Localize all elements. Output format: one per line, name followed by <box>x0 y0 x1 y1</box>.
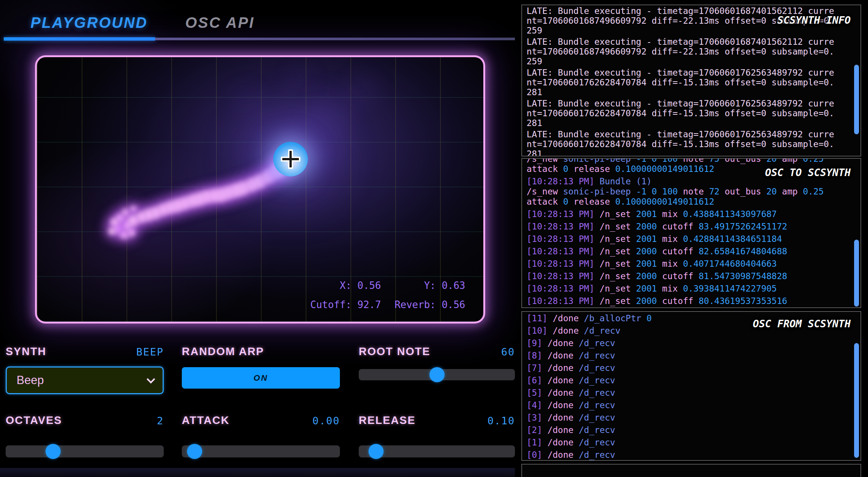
log-entry: [0] /done /d_recv <box>527 450 851 460</box>
log-entry: [8] /done /d_recv <box>527 351 851 361</box>
release-label-row: RELEASE 0.10 <box>359 414 515 427</box>
release-slider[interactable] <box>359 445 515 457</box>
app-window: PLAYGROUND OSC API X: 0.56 Y: 0.63 Cutof… <box>0 0 868 477</box>
root-note-value: 60 <box>501 346 515 358</box>
readout-x: X: 0.56 <box>310 280 381 291</box>
xy-pad-cursor[interactable] <box>273 142 308 176</box>
attack-slider-thumb[interactable] <box>187 444 202 459</box>
log-entry: [3] /done /d_recv <box>527 413 851 423</box>
log-entry: [1] /done /d_recv <box>527 438 851 448</box>
synth-value: BEEP <box>136 346 164 358</box>
readout-y: Y: 0.63 <box>394 280 465 291</box>
octaves-slider[interactable] <box>6 445 164 457</box>
release-value: 0.10 <box>487 415 515 427</box>
log-entry: [5] /done /d_recv <box>527 388 851 398</box>
log-entry: LATE: Bundle executing - timetag=1706060… <box>527 129 851 156</box>
log-entry: LATE: Bundle executing - timetag=1706060… <box>527 37 851 66</box>
root-note-slider[interactable] <box>359 369 515 380</box>
log-entry: [10:28:13 PM] /n_set 2000 cutoff 82.6584… <box>527 246 851 257</box>
osc-to-scsynth-title: OSC TO SCSYNTH <box>765 167 851 178</box>
log-entry: [6] /done /d_recv <box>527 375 851 386</box>
synth-select-text: Beep <box>17 374 44 387</box>
random-arp-state: ON <box>254 373 268 383</box>
log-entry: [4] /done /d_recv <box>527 400 851 410</box>
synth-label: SYNTH <box>6 345 46 358</box>
attack-slider[interactable] <box>182 445 340 457</box>
chevron-down-icon <box>147 375 155 384</box>
random-arp-toggle-button[interactable]: ON <box>182 367 340 389</box>
log-entry: [10:28:13 PM] /n_set 2001 mix 0.40717446… <box>527 259 851 269</box>
scsynth-info-log: LATE: Bundle executing - timetag=1706060… <box>527 5 851 156</box>
tab-underline-rest <box>155 38 515 40</box>
attack-value: 0.00 <box>312 415 340 427</box>
log-entry: [10:28:13 PM] /n_set 2000 cutoff 81.5473… <box>527 271 851 281</box>
root-note-slider-thumb[interactable] <box>429 367 445 382</box>
log-entry: [9] /done /d_recv <box>527 338 851 348</box>
octaves-slider-thumb[interactable] <box>46 444 61 459</box>
osc-from-scsynth-scrollbar[interactable] <box>854 343 859 458</box>
footer-strip <box>0 468 515 477</box>
xy-pad[interactable]: X: 0.56 Y: 0.63 Cutoff: 92.7 Reverb: 0.5… <box>35 55 485 324</box>
tab-playground[interactable]: PLAYGROUND <box>30 14 148 31</box>
active-tab-underline <box>4 37 155 41</box>
octaves-label: OCTAVES <box>6 414 62 427</box>
scsynth-info-scrollbar[interactable] <box>854 65 859 134</box>
log-entry: [10:28:13 PM] /n_set 2000 cutoff 83.4917… <box>527 222 851 232</box>
log-entry: [2] /done /d_recv <box>527 425 851 435</box>
log-entry: [10:28:13 PM] /n_set 2000 cutoff 80.4361… <box>527 296 851 306</box>
readout-cutoff: Cutoff: 92.7 <box>310 299 381 310</box>
tab-osc-api[interactable]: OSC API <box>185 14 254 31</box>
random-arp-label-row: RANDOM ARP <box>182 345 340 358</box>
osc-from-scsynth-log: [11] /done /b_allocPtr 0[10] /done /d_re… <box>527 312 851 460</box>
osc-to-scsynth-console[interactable]: OSC TO SCSYNTH /s_new sonic-pi-beep -1 0… <box>521 158 861 308</box>
scsynth-info-title: SCSYNTH INFO <box>777 14 851 26</box>
log-entry: [10:28:13 PM] Bundle (1)/s_new sonic-pi-… <box>527 176 851 207</box>
root-note-label: ROOT NOTE <box>359 345 430 358</box>
osc-from-scsynth-console[interactable]: OSC FROM SCSYNTH [11] /done /b_allocPtr … <box>521 311 861 461</box>
osc-to-scsynth-scrollbar[interactable] <box>854 240 859 307</box>
attack-label-row: ATTACK 0.00 <box>182 414 340 427</box>
attack-label: ATTACK <box>182 414 230 427</box>
empty-console-panel <box>521 464 861 477</box>
osc-from-scsynth-title: OSC FROM SCSYNTH <box>753 318 851 330</box>
log-entry: LATE: Bundle executing - timetag=1706060… <box>527 99 851 128</box>
random-arp-label: RANDOM ARP <box>182 345 264 358</box>
log-entry: [7] /done /d_recv <box>527 363 851 373</box>
xy-pad-readout: X: 0.56 Y: 0.63 Cutoff: 92.7 Reverb: 0.5… <box>310 280 465 310</box>
log-entry: LATE: Bundle executing - timetag=1706060… <box>527 68 851 97</box>
octaves-value: 2 <box>157 415 164 427</box>
root-note-label-row: ROOT NOTE 60 <box>359 345 515 358</box>
log-entry: [10:28:13 PM] /n_set 2001 mix 0.39384114… <box>527 284 851 294</box>
readout-reverb: Reverb: 0.56 <box>394 299 465 310</box>
log-entry: [10:28:13 PM] /n_set 2001 mix 0.42884114… <box>527 234 851 244</box>
release-label: RELEASE <box>359 414 416 427</box>
log-entry: [10:28:13 PM] /n_set 2001 mix 0.43884113… <box>527 209 851 219</box>
octaves-label-row: OCTAVES 2 <box>6 414 164 427</box>
synth-select[interactable]: Beep <box>6 366 164 394</box>
release-slider-thumb[interactable] <box>369 444 384 459</box>
synth-label-row: SYNTH BEEP <box>6 345 164 358</box>
scsynth-info-console[interactable]: SCSYNTH INFO LATE: Bundle executing - ti… <box>521 5 861 156</box>
osc-to-scsynth-log: /s_new sonic-pi-beep -1 0 100 note 75 ou… <box>527 158 851 307</box>
